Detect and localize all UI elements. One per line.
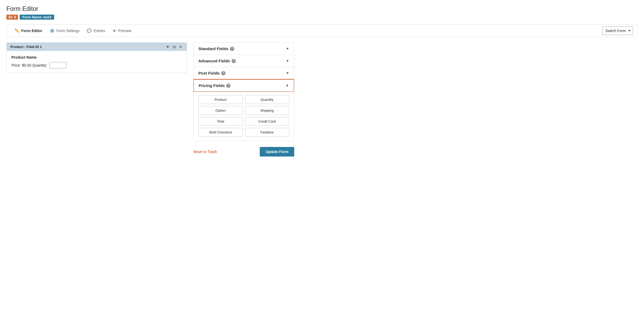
btn-bold-checkout[interactable]: Bold Checkout <box>198 128 243 137</box>
standard-fields-section: Standard Fields ? ▼ <box>194 43 294 55</box>
post-fields-title: Post Fields ? <box>198 71 225 75</box>
toolbar: ✏️ Form Editor ⚙️ Form Settings 💬 Entrie… <box>6 24 638 37</box>
field-price-row: Price: $0.00 Quantity: <box>11 62 182 68</box>
advanced-fields-title: Advanced Fields ? <box>198 59 236 63</box>
nav-form-editor-label: Form Editor <box>21 29 42 33</box>
nav-form-editor[interactable]: ✏️ Form Editor <box>11 24 46 37</box>
pricing-fields-help-icon[interactable]: ? <box>226 84 231 88</box>
pricing-fields-title: Pricing Fields ? <box>199 83 231 88</box>
field-block-header: Product : Field ID 1 ▼ ⧉ ✕ <box>7 43 187 51</box>
standard-fields-help-icon[interactable]: ? <box>230 47 234 51</box>
standard-fields-header[interactable]: Standard Fields ? ▼ <box>194 43 294 55</box>
fields-panel: Standard Fields ? ▼ Advanced Fields ? ▼ <box>193 42 294 141</box>
field-collapse-button[interactable]: ▼ <box>165 45 170 49</box>
badge-name: Form Name: test2 <box>20 15 54 20</box>
edit-icon: ✏️ <box>15 28 20 33</box>
pricing-fields-chevron: ▼ <box>285 84 289 88</box>
quantity-input[interactable] <box>49 62 67 68</box>
nav-entries[interactable]: 💬 Entries <box>83 24 109 37</box>
field-duplicate-button[interactable]: ⧉ <box>172 45 176 49</box>
field-delete-button[interactable]: ✕ <box>178 45 183 49</box>
btn-option[interactable]: Option <box>198 106 243 115</box>
nav-form-settings-label: Form Settings <box>56 29 79 33</box>
bottom-bar: Move to Trash Update Form <box>193 147 294 157</box>
field-block-actions: ▼ ⧉ ✕ <box>165 45 183 49</box>
btn-fastlane[interactable]: Fastlane <box>245 128 289 137</box>
post-fields-header[interactable]: Post Fields ? ▼ <box>194 67 294 79</box>
field-block-title: Product : Field ID 1 <box>10 45 42 49</box>
standard-fields-chevron: ▼ <box>286 47 289 51</box>
entries-icon: 💬 <box>87 28 92 33</box>
btn-product[interactable]: Product <box>198 95 243 104</box>
field-block-body: Product Name Price: $0.00 Quantity: <box>7 51 187 73</box>
advanced-fields-chevron: ▼ <box>286 59 289 63</box>
post-fields-help-icon[interactable]: ? <box>221 71 225 75</box>
switch-form-container: Switch Form <box>602 27 633 35</box>
move-to-trash-button[interactable]: Move to Trash <box>193 150 217 154</box>
main-content: Product : Field ID 1 ▼ ⧉ ✕ Product Name … <box>6 42 638 157</box>
standard-fields-title: Standard Fields ? <box>198 46 234 51</box>
btn-quantity[interactable]: Quantity <box>245 95 289 104</box>
switch-form-select[interactable]: Switch Form <box>602 27 633 35</box>
form-area: Product : Field ID 1 ▼ ⧉ ✕ Product Name … <box>6 42 187 73</box>
page-title: Form Editor <box>6 5 638 12</box>
nav-preview-label: Preview <box>118 29 131 33</box>
btn-credit-card[interactable]: Credit Card <box>245 117 289 126</box>
advanced-fields-header[interactable]: Advanced Fields ? ▼ <box>194 55 294 67</box>
sidebar: Standard Fields ? ▼ Advanced Fields ? ▼ <box>193 42 294 157</box>
advanced-fields-help-icon[interactable]: ? <box>232 59 236 63</box>
nav-form-settings[interactable]: ⚙️ Form Settings <box>46 24 83 37</box>
update-form-button[interactable]: Update Form <box>260 147 294 157</box>
toolbar-nav: ✏️ Form Editor ⚙️ Form Settings 💬 Entrie… <box>11 24 135 37</box>
btn-total[interactable]: Total <box>198 117 243 126</box>
nav-entries-label: Entries <box>93 29 105 33</box>
preview-icon: 👁 <box>113 29 117 33</box>
nav-preview[interactable]: 👁 Preview <box>109 24 135 37</box>
price-text: Price: $0.00 Quantity: <box>11 63 47 67</box>
post-fields-chevron: ▼ <box>286 71 289 75</box>
gear-icon: ⚙️ <box>50 28 55 33</box>
badge-id: ID: 6 <box>6 15 18 20</box>
field-block: Product : Field ID 1 ▼ ⧉ ✕ Product Name … <box>6 42 187 73</box>
advanced-fields-section: Advanced Fields ? ▼ <box>194 55 294 67</box>
field-label: Product Name <box>11 55 182 59</box>
pricing-fields-body: Product Quantity Option Shipping Total C… <box>194 92 294 141</box>
post-fields-section: Post Fields ? ▼ <box>194 67 294 79</box>
pricing-buttons-grid: Product Quantity Option Shipping Total C… <box>198 95 289 137</box>
pricing-fields-header[interactable]: Pricing Fields ? ▼ <box>193 79 294 92</box>
btn-shipping[interactable]: Shipping <box>245 106 289 115</box>
pricing-fields-section: Pricing Fields ? ▼ Product Quantity Opti… <box>194 79 294 141</box>
